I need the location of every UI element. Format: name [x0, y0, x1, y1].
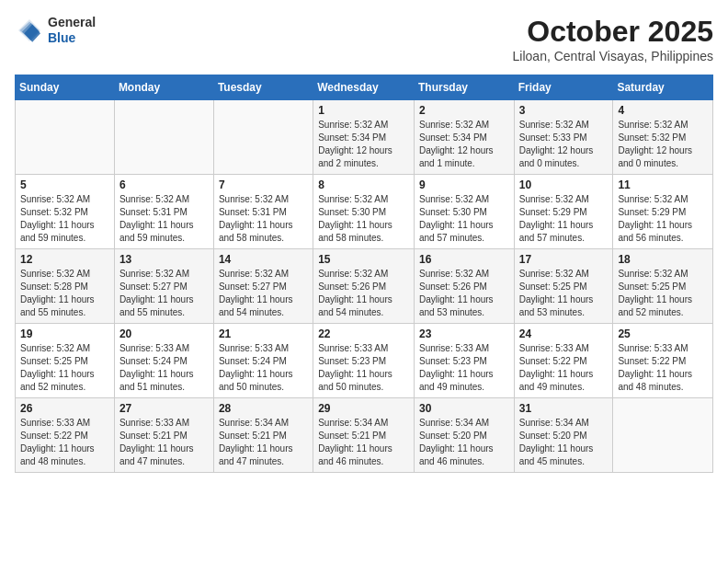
day-number: 5 [20, 178, 109, 191]
calendar-cell: 8Sunrise: 5:32 AMSunset: 5:30 PMDaylight… [313, 175, 415, 249]
day-info: Sunrise: 5:32 AMSunset: 5:29 PMDaylight:… [519, 193, 609, 245]
day-number: 14 [219, 253, 308, 266]
calendar-cell: 23Sunrise: 5:33 AMSunset: 5:23 PMDayligh… [414, 324, 514, 398]
calendar-cell: 30Sunrise: 5:34 AMSunset: 5:20 PMDayligh… [414, 398, 514, 473]
calendar-week-row: 1Sunrise: 5:32 AMSunset: 5:34 PMDaylight… [16, 100, 713, 175]
day-number: 23 [419, 327, 509, 340]
day-info: Sunrise: 5:32 AMSunset: 5:31 PMDaylight:… [219, 193, 308, 245]
day-number: 6 [119, 178, 209, 191]
calendar-cell: 11Sunrise: 5:32 AMSunset: 5:29 PMDayligh… [613, 175, 713, 249]
logo-icon [15, 16, 44, 45]
calendar-cell: 5Sunrise: 5:32 AMSunset: 5:32 PMDaylight… [16, 175, 115, 249]
day-info: Sunrise: 5:32 AMSunset: 5:34 PMDaylight:… [318, 119, 409, 170]
calendar-cell: 22Sunrise: 5:33 AMSunset: 5:23 PMDayligh… [313, 324, 415, 398]
calendar-week-row: 19Sunrise: 5:32 AMSunset: 5:25 PMDayligh… [16, 324, 713, 398]
day-number: 15 [318, 253, 409, 266]
day-number: 4 [618, 104, 708, 117]
calendar-cell: 7Sunrise: 5:32 AMSunset: 5:31 PMDaylight… [213, 175, 313, 249]
day-number: 2 [419, 104, 509, 117]
day-info: Sunrise: 5:32 AMSunset: 5:25 PMDaylight:… [20, 342, 109, 394]
logo-general: General [48, 15, 96, 30]
day-info: Sunrise: 5:33 AMSunset: 5:24 PMDaylight:… [119, 342, 209, 394]
location: Liloan, Central Visayas, Philippines [513, 49, 713, 63]
day-of-week-header: Saturday [613, 75, 713, 100]
logo-text: General Blue [48, 15, 96, 46]
day-info: Sunrise: 5:32 AMSunset: 5:25 PMDaylight:… [618, 268, 708, 319]
calendar-cell: 21Sunrise: 5:33 AMSunset: 5:24 PMDayligh… [213, 324, 313, 398]
calendar-cell: 2Sunrise: 5:32 AMSunset: 5:34 PMDaylight… [414, 100, 514, 175]
calendar-cell [613, 398, 713, 473]
calendar-cell: 10Sunrise: 5:32 AMSunset: 5:29 PMDayligh… [514, 175, 613, 249]
title-block: October 2025 Liloan, Central Visayas, Ph… [513, 15, 713, 63]
day-number: 22 [318, 327, 409, 340]
day-number: 26 [20, 402, 109, 415]
day-number: 7 [219, 178, 308, 191]
day-info: Sunrise: 5:32 AMSunset: 5:29 PMDaylight:… [618, 193, 708, 245]
calendar-cell [213, 100, 313, 175]
calendar-cell: 4Sunrise: 5:32 AMSunset: 5:32 PMDaylight… [613, 100, 713, 175]
calendar-table: SundayMondayTuesdayWednesdayThursdayFrid… [15, 75, 713, 473]
day-number: 29 [318, 402, 409, 415]
calendar-cell [16, 100, 115, 175]
calendar-cell: 25Sunrise: 5:33 AMSunset: 5:22 PMDayligh… [613, 324, 713, 398]
day-number: 9 [419, 178, 509, 191]
day-number: 1 [318, 104, 409, 117]
day-info: Sunrise: 5:33 AMSunset: 5:22 PMDaylight:… [20, 417, 109, 468]
day-info: Sunrise: 5:32 AMSunset: 5:34 PMDaylight:… [419, 119, 509, 170]
day-info: Sunrise: 5:33 AMSunset: 5:23 PMDaylight:… [318, 342, 409, 394]
day-number: 11 [618, 178, 708, 191]
calendar-cell: 3Sunrise: 5:32 AMSunset: 5:33 PMDaylight… [514, 100, 613, 175]
day-info: Sunrise: 5:33 AMSunset: 5:22 PMDaylight:… [618, 342, 708, 394]
day-number: 18 [618, 253, 708, 266]
day-number: 20 [119, 327, 209, 340]
day-number: 27 [119, 402, 209, 415]
calendar-cell: 14Sunrise: 5:32 AMSunset: 5:27 PMDayligh… [213, 249, 313, 324]
calendar-cell: 20Sunrise: 5:33 AMSunset: 5:24 PMDayligh… [114, 324, 213, 398]
calendar-cell: 26Sunrise: 5:33 AMSunset: 5:22 PMDayligh… [16, 398, 115, 473]
calendar-cell: 28Sunrise: 5:34 AMSunset: 5:21 PMDayligh… [213, 398, 313, 473]
day-number: 30 [419, 402, 509, 415]
calendar-cell: 16Sunrise: 5:32 AMSunset: 5:26 PMDayligh… [414, 249, 514, 324]
day-number: 10 [519, 178, 609, 191]
calendar-header-row: SundayMondayTuesdayWednesdayThursdayFrid… [16, 75, 713, 100]
day-number: 8 [318, 178, 409, 191]
calendar-week-row: 5Sunrise: 5:32 AMSunset: 5:32 PMDaylight… [16, 175, 713, 249]
day-of-week-header: Tuesday [213, 75, 313, 100]
day-of-week-header: Friday [514, 75, 613, 100]
day-info: Sunrise: 5:32 AMSunset: 5:26 PMDaylight:… [419, 268, 509, 319]
calendar-cell: 31Sunrise: 5:34 AMSunset: 5:20 PMDayligh… [514, 398, 613, 473]
day-info: Sunrise: 5:32 AMSunset: 5:32 PMDaylight:… [618, 119, 708, 170]
day-info: Sunrise: 5:32 AMSunset: 5:31 PMDaylight:… [119, 193, 209, 245]
day-info: Sunrise: 5:33 AMSunset: 5:23 PMDaylight:… [419, 342, 509, 394]
day-info: Sunrise: 5:32 AMSunset: 5:32 PMDaylight:… [20, 193, 109, 245]
day-info: Sunrise: 5:32 AMSunset: 5:30 PMDaylight:… [419, 193, 509, 245]
logo: General Blue [15, 15, 96, 46]
calendar-cell: 19Sunrise: 5:32 AMSunset: 5:25 PMDayligh… [16, 324, 115, 398]
day-info: Sunrise: 5:34 AMSunset: 5:21 PMDaylight:… [219, 417, 308, 468]
calendar-cell: 18Sunrise: 5:32 AMSunset: 5:25 PMDayligh… [613, 249, 713, 324]
day-info: Sunrise: 5:34 AMSunset: 5:21 PMDaylight:… [318, 417, 409, 468]
month-title: October 2025 [513, 15, 713, 49]
calendar-cell: 13Sunrise: 5:32 AMSunset: 5:27 PMDayligh… [114, 249, 213, 324]
day-of-week-header: Thursday [414, 75, 514, 100]
day-info: Sunrise: 5:33 AMSunset: 5:21 PMDaylight:… [119, 417, 209, 468]
calendar-cell: 12Sunrise: 5:32 AMSunset: 5:28 PMDayligh… [16, 249, 115, 324]
day-of-week-header: Monday [114, 75, 213, 100]
day-info: Sunrise: 5:32 AMSunset: 5:28 PMDaylight:… [20, 268, 109, 319]
calendar-cell: 9Sunrise: 5:32 AMSunset: 5:30 PMDaylight… [414, 175, 514, 249]
day-number: 16 [419, 253, 509, 266]
day-info: Sunrise: 5:32 AMSunset: 5:27 PMDaylight:… [219, 268, 308, 319]
day-number: 28 [219, 402, 308, 415]
day-info: Sunrise: 5:33 AMSunset: 5:24 PMDaylight:… [219, 342, 308, 394]
logo-blue: Blue [48, 30, 96, 46]
day-info: Sunrise: 5:32 AMSunset: 5:26 PMDaylight:… [318, 268, 409, 319]
day-number: 25 [618, 327, 708, 340]
day-number: 12 [20, 253, 109, 266]
day-number: 13 [119, 253, 209, 266]
day-number: 31 [519, 402, 609, 415]
day-info: Sunrise: 5:34 AMSunset: 5:20 PMDaylight:… [519, 417, 609, 468]
calendar-week-row: 12Sunrise: 5:32 AMSunset: 5:28 PMDayligh… [16, 249, 713, 324]
day-number: 17 [519, 253, 609, 266]
day-info: Sunrise: 5:34 AMSunset: 5:20 PMDaylight:… [419, 417, 509, 468]
calendar-week-row: 26Sunrise: 5:33 AMSunset: 5:22 PMDayligh… [16, 398, 713, 473]
